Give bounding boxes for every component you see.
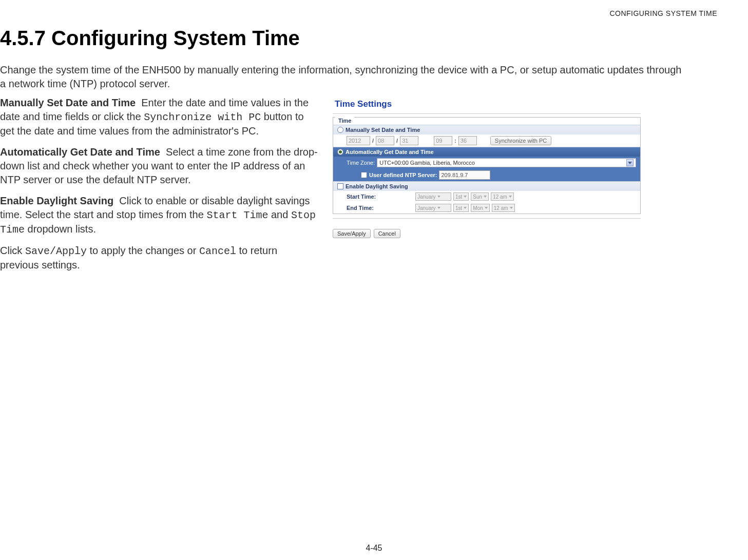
auto-radio[interactable] [337,149,343,155]
section-number: 4.5.7 [0,27,46,49]
manual-term: Manually Set Date and Time [0,97,136,108]
page-number: 4-45 [0,544,748,553]
auto-term: Automatically Get Date and Time [0,146,160,158]
dst-body-post: dropdown lists. [25,223,96,235]
timezone-value: UTC+00:00 Gambia, Liberia, Morocco [379,160,475,166]
start-hour-select[interactable]: 12 am [491,192,514,201]
start-day-value: Sun [473,194,482,200]
time-settings-screenshot: Time Settings Time Manually Set Date and… [333,96,641,238]
end-week-value: 1st [455,205,462,211]
auto-block: Automatically Get Date and Time Select a… [0,145,318,187]
dst-header-row: Enable Daylight Saving [333,181,640,191]
start-time-label: Start Time: [347,194,413,200]
running-head: CONFIGURING SYSTEM TIME [0,9,717,17]
year-input[interactable]: 2012 [347,136,370,145]
ntp-checkbox[interactable] [361,172,367,178]
date-sep-2: / [396,138,398,144]
chevron-down-icon [485,207,488,209]
dst-code1: Start Time [206,209,268,221]
timezone-select[interactable]: UTC+00:00 Gambia, Liberia, Morocco [377,158,636,167]
ntp-label: User defined NTP Server: [369,172,437,178]
dst-checkbox[interactable] [337,183,343,189]
start-week-value: 1st [455,194,462,200]
sync-pc-button[interactable]: Synchronize with PC [490,136,552,145]
save-code1: Save/Apply [25,245,87,257]
dst-mid: and [268,209,291,220]
chevron-down-icon [464,207,467,209]
chevron-down-icon [464,196,467,198]
radio-dot-icon [339,150,342,153]
start-week-select[interactable]: 1st [453,192,469,201]
start-hour-value: 12 am [493,194,507,200]
day-input[interactable]: 31 [400,136,418,145]
save-apply-button[interactable]: Save/Apply [333,229,371,238]
ntp-input[interactable]: 209.81.9.7 [439,170,490,180]
end-time-label: End Time: [347,205,413,211]
end-hour-select[interactable]: 12 am [492,204,515,212]
end-day-select[interactable]: Mon [471,204,489,212]
chevron-down-icon [510,207,513,209]
chevron-down-icon [437,196,440,198]
manual-radio[interactable] [337,127,343,133]
hour-input[interactable]: 09 [434,136,452,145]
cancel-button[interactable]: Cancel [374,229,400,238]
tz-label: Time Zone: [347,160,375,166]
manual-label: Manually Set Date and Time [346,127,420,133]
time-sep: : [454,138,456,144]
end-month-value: January [417,205,436,211]
section-heading: 4.5.7 Configuring System Time [0,27,717,50]
start-month-value: January [417,194,436,200]
end-week-select[interactable]: 1st [453,204,469,212]
manual-header-row: Manually Set Date and Time [333,125,640,134]
fieldset-legend: Time [335,117,354,125]
manual-code: Synchronize with PC [144,111,261,123]
month-input[interactable]: 08 [376,136,394,145]
date-sep-1: / [372,138,374,144]
minute-input[interactable]: 36 [458,136,477,145]
dst-block: Enable Daylight Saving Click to enable o… [0,194,318,237]
panel-title: Time Settings [333,96,641,114]
auto-header-row: Automatically Get Date and Time [333,147,640,157]
dst-label: Enable Daylight Saving [346,183,408,189]
auto-label: Automatically Get Date and Time [346,149,434,155]
start-day-select[interactable]: Sun [471,192,489,201]
save-code2: Cancel [199,245,236,257]
manual-block: Manually Set Date and Time Enter the dat… [0,96,318,138]
save-mid: to apply the changes or [87,245,199,256]
description-column: Manually Set Date and Time Enter the dat… [0,96,318,279]
section-title: Configuring System Time [51,27,300,49]
end-month-select[interactable]: January [415,204,451,212]
save-block: Click Save/Apply to apply the changes or… [0,244,318,272]
end-day-value: Mon [473,205,483,211]
chevron-down-icon [626,159,634,166]
dst-term: Enable Daylight Saving [0,195,113,206]
start-month-select[interactable]: January [415,192,451,201]
divider [333,218,641,219]
end-hour-value: 12 am [494,205,508,211]
chevron-down-icon [509,196,512,198]
chevron-down-icon [437,207,440,209]
chevron-down-icon [484,196,487,198]
intro-paragraph: Change the system time of the ENH500 by … [0,63,683,91]
save-pre: Click [0,245,25,256]
